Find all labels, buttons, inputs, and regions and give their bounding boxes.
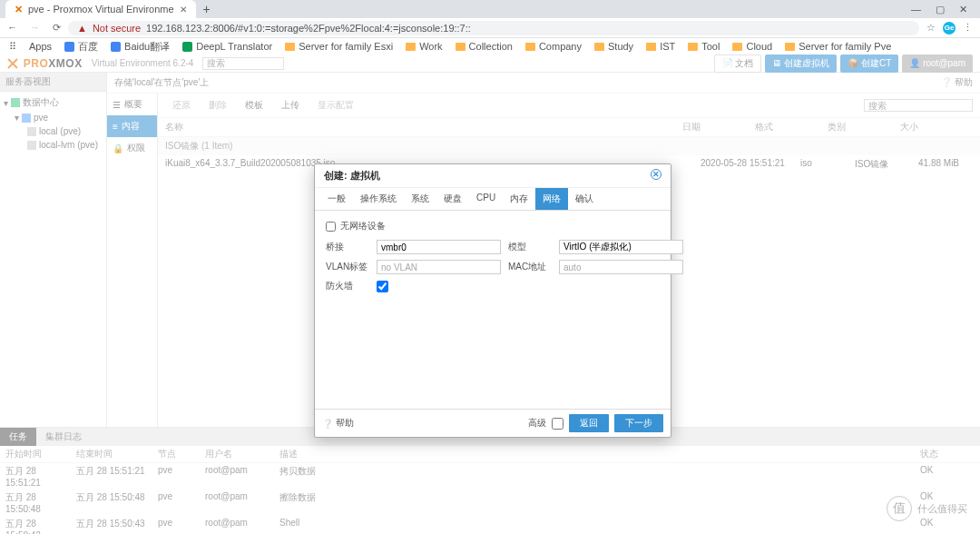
log-row[interactable]: 五月 28 15:50:42五月 28 15:50:43pveroot@pamS… bbox=[0, 516, 980, 534]
templates-button[interactable]: 模板 bbox=[238, 97, 270, 114]
bookmark-item[interactable]: IST bbox=[646, 41, 675, 52]
bookmark-item[interactable]: Baidu翻译 bbox=[111, 40, 170, 54]
browser-tab[interactable]: ✕ pve - Proxmox Virtual Environme ✕ bbox=[5, 0, 196, 18]
restore-button[interactable]: 还原 bbox=[165, 97, 198, 114]
address-bar[interactable]: ▲ Not secure 192.168.123.2:8006/#v1:0:=s… bbox=[68, 21, 919, 35]
tab-general[interactable]: 一般 bbox=[320, 188, 353, 210]
mac-input[interactable] bbox=[559, 260, 683, 274]
tab-confirm[interactable]: 确认 bbox=[568, 188, 601, 210]
tree-view-selector[interactable]: 服务器视图 bbox=[0, 73, 106, 92]
docs-button[interactable]: 📄 文档 bbox=[714, 54, 762, 73]
log-tab-tasks[interactable]: 任务 bbox=[0, 428, 36, 446]
user-avatar[interactable]: Ge bbox=[943, 22, 956, 35]
log-col-node[interactable]: 节点 bbox=[158, 448, 205, 460]
col-type[interactable]: 类别 bbox=[828, 121, 900, 134]
datacenter-icon bbox=[11, 98, 20, 107]
show-config-button[interactable]: 显示配置 bbox=[310, 97, 361, 114]
bookmark-item[interactable]: Server for family Esxi bbox=[285, 41, 393, 52]
window-min-icon[interactable]: — bbox=[911, 4, 921, 15]
folder-icon bbox=[594, 43, 604, 51]
subnav-content[interactable]: ≡内容 bbox=[107, 115, 157, 137]
col-date[interactable]: 日期 bbox=[682, 121, 755, 134]
advanced-label: 高级 bbox=[528, 417, 546, 430]
bookmark-item[interactable]: Study bbox=[594, 41, 633, 52]
tree-node-datacenter[interactable]: ▾数据中心 bbox=[2, 94, 104, 111]
create-vm-button[interactable]: 🖥 创建虚拟机 bbox=[765, 54, 837, 73]
tab-system[interactable]: 系统 bbox=[404, 188, 436, 210]
nav-reload-icon[interactable]: ⟳ bbox=[53, 22, 61, 34]
model-select[interactable] bbox=[559, 240, 683, 254]
bookmark-item[interactable]: Company bbox=[525, 41, 582, 52]
new-tab-button[interactable]: + bbox=[203, 2, 211, 16]
create-ct-button[interactable]: 📦 创建CT bbox=[840, 54, 898, 73]
task-log-panel: 任务 集群日志 开始时间 结束时间 节点 用户名 描述 状态 五月 28 15:… bbox=[0, 427, 980, 534]
bookmark-item[interactable]: Tool bbox=[688, 41, 720, 52]
tab-memory[interactable]: 内存 bbox=[503, 188, 535, 210]
back-button[interactable]: 返回 bbox=[569, 414, 609, 432]
col-format[interactable]: 格式 bbox=[755, 121, 828, 134]
bookmark-item[interactable]: Cloud bbox=[732, 41, 772, 52]
bookmark-item[interactable]: 百度 bbox=[64, 40, 98, 54]
folder-icon bbox=[406, 43, 416, 51]
help-button[interactable]: ❔帮助 bbox=[322, 417, 354, 430]
grid-group-header[interactable]: ISO镜像 (1 Item) bbox=[158, 137, 980, 155]
menu-icon[interactable]: ⋮ bbox=[963, 22, 973, 34]
tab-os[interactable]: 操作系统 bbox=[353, 188, 404, 210]
log-col-user[interactable]: 用户名 bbox=[205, 448, 279, 460]
col-name[interactable]: 名称 bbox=[165, 121, 682, 134]
bookmark-item[interactable]: DeepL Translator bbox=[182, 41, 272, 52]
next-button[interactable]: 下一步 bbox=[614, 414, 663, 432]
help-button[interactable]: ❔ 帮助 bbox=[941, 76, 973, 89]
content-icon: ≡ bbox=[113, 122, 118, 132]
tree-node-pve[interactable]: ▾pve bbox=[2, 111, 104, 124]
subnav-summary[interactable]: ☰概要 bbox=[107, 94, 157, 115]
firewall-checkbox[interactable] bbox=[377, 281, 388, 292]
advanced-checkbox[interactable] bbox=[552, 418, 564, 430]
cell-format: iso bbox=[800, 158, 855, 171]
folder-icon bbox=[525, 43, 535, 51]
delete-button[interactable]: 删除 bbox=[201, 97, 234, 114]
tab-cpu[interactable]: CPU bbox=[469, 188, 503, 210]
bookmark-item[interactable]: Server for family Pve bbox=[785, 41, 891, 52]
logo[interactable]: PROXMOX bbox=[7, 57, 83, 70]
no-network-label: 无网络设备 bbox=[340, 220, 386, 232]
no-network-checkbox[interactable] bbox=[326, 222, 336, 232]
log-col-start[interactable]: 开始时间 bbox=[5, 448, 76, 460]
cell-date: 2020-05-28 15:51:21 bbox=[701, 158, 800, 171]
log-col-status[interactable]: 状态 bbox=[920, 448, 975, 460]
window-close-icon[interactable]: ✕ bbox=[959, 4, 967, 15]
watermark-icon: 值 bbox=[887, 496, 912, 521]
log-header: 开始时间 结束时间 节点 用户名 描述 状态 bbox=[0, 446, 980, 463]
close-icon[interactable]: ✕ bbox=[651, 169, 662, 180]
log-tab-cluster[interactable]: 集群日志 bbox=[36, 428, 91, 446]
tree-node-local[interactable]: local (pve) bbox=[2, 124, 104, 138]
apps-icon[interactable]: ⠿ bbox=[9, 41, 16, 53]
content-search-input[interactable] bbox=[864, 99, 973, 112]
subnav-permissions[interactable]: 🔒权限 bbox=[107, 137, 157, 159]
col-size[interactable]: 大小 bbox=[900, 121, 973, 134]
log-col-desc[interactable]: 描述 bbox=[279, 448, 920, 460]
global-search-input[interactable] bbox=[202, 57, 284, 70]
upload-button[interactable]: 上传 bbox=[274, 97, 307, 114]
tree-node-local-lvm[interactable]: local-lvm (pve) bbox=[2, 138, 104, 152]
tab-disk[interactable]: 硬盘 bbox=[436, 188, 469, 210]
bridge-select[interactable] bbox=[377, 240, 501, 254]
close-tab-icon[interactable]: ✕ bbox=[180, 5, 187, 15]
wizard-tabs: 一般 操作系统 系统 硬盘 CPU 内存 网络 确认 bbox=[315, 188, 671, 211]
tab-network[interactable]: 网络 bbox=[535, 188, 568, 210]
bookmark-item[interactable]: Apps bbox=[29, 41, 52, 52]
log-row[interactable]: 五月 28 15:51:21五月 28 15:51:21pveroot@pam拷… bbox=[0, 463, 980, 490]
vlan-input[interactable] bbox=[377, 260, 501, 274]
site-icon bbox=[182, 42, 192, 52]
user-menu-button[interactable]: 👤 root@pam bbox=[902, 54, 973, 73]
log-col-end[interactable]: 结束时间 bbox=[76, 448, 158, 460]
url-text: 192.168.123.2:8006/#v1:0:=storage%2Fpve%… bbox=[146, 23, 471, 34]
watermark-text: 什么值得买 bbox=[917, 502, 967, 516]
window-max-icon[interactable]: ▢ bbox=[936, 4, 945, 15]
bookmark-item[interactable]: Work bbox=[406, 41, 442, 52]
bookmark-item[interactable]: Collection bbox=[456, 41, 513, 52]
nav-back-icon[interactable]: ← bbox=[7, 22, 17, 34]
content-subnav: ☰概要 ≡内容 🔒权限 bbox=[107, 94, 158, 427]
log-row[interactable]: 五月 28 15:50:48五月 28 15:50:48pveroot@pam擦… bbox=[0, 490, 980, 516]
star-icon[interactable]: ☆ bbox=[926, 22, 936, 34]
